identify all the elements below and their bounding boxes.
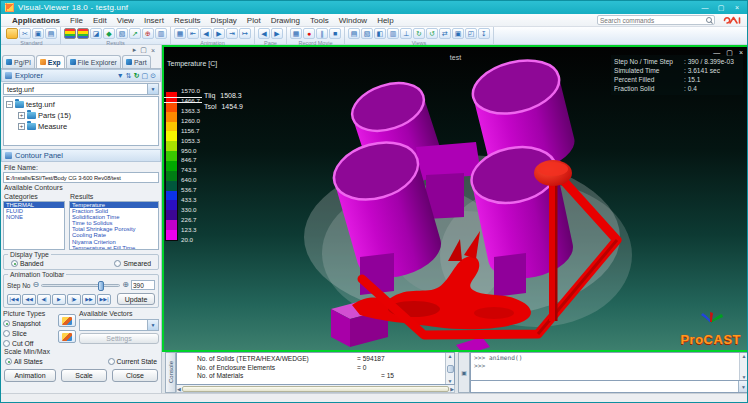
float-panel-icon[interactable]: ▢ xyxy=(140,46,147,54)
rotate-icon[interactable]: ↻ xyxy=(413,28,425,39)
copy-icon[interactable]: ▣ xyxy=(32,28,44,39)
pause-icon[interactable]: ∥ xyxy=(316,28,328,39)
play-icon[interactable]: ▶ xyxy=(213,28,225,39)
last-frame-icon[interactable]: ⇥ xyxy=(226,28,238,39)
result-tools-icon[interactable]: ▥ xyxy=(155,28,167,39)
playback-button[interactable]: ▶ xyxy=(52,294,66,305)
close-button[interactable]: × xyxy=(729,2,745,13)
pin-panel-icon[interactable]: ▸ xyxy=(133,46,137,54)
scale-minmax-radio[interactable]: Current State xyxy=(108,358,157,365)
menu-item[interactable]: Help xyxy=(372,14,398,27)
console-hscrollbar[interactable]: ◀ ▶ xyxy=(176,385,455,393)
load-results-icon[interactable] xyxy=(64,28,76,39)
first-frame-icon[interactable]: ⇤ xyxy=(187,28,199,39)
playback-button[interactable]: ◀◀ xyxy=(22,294,36,305)
step-increase-icon[interactable]: ⊕ xyxy=(122,281,129,289)
materials-icon[interactable]: ▧ xyxy=(116,28,128,39)
cut-icon[interactable]: ✂ xyxy=(19,28,31,39)
paste-icon[interactable]: ▤ xyxy=(45,28,57,39)
close-contour-button[interactable]: Close xyxy=(112,369,158,382)
sort-icon[interactable]: ⇅ xyxy=(125,72,133,80)
anchor-icon[interactable]: ↧ xyxy=(478,28,490,39)
menu-item[interactable]: Drawing xyxy=(266,14,305,27)
list-item[interactable]: NONE xyxy=(4,214,64,220)
list-item[interactable]: Temperature at Fill Time xyxy=(70,245,158,250)
orbit-icon[interactable]: ↺ xyxy=(426,28,438,39)
menu-item[interactable]: View xyxy=(112,14,139,27)
playback-button[interactable]: |▶ xyxy=(67,294,81,305)
menu-item[interactable]: Applications xyxy=(7,14,65,27)
capture-frame-icon[interactable]: ▦ xyxy=(290,28,302,39)
slider-thumb[interactable] xyxy=(98,281,104,291)
tab-exp[interactable]: Exp xyxy=(36,55,65,68)
view-3d-icon[interactable]: ◧ xyxy=(374,28,386,39)
menu-item[interactable]: Plot xyxy=(242,14,266,27)
new-window-icon[interactable]: ▢ xyxy=(141,72,150,80)
python-vscrollbar[interactable]: ▲ ▼ xyxy=(739,353,748,380)
minimize-button[interactable]: — xyxy=(697,2,713,13)
display-type-radio[interactable]: Smeared xyxy=(114,260,151,267)
viewport-3d[interactable]: test — ▢ × Temperature [C] 1570.01466.71… xyxy=(162,45,748,352)
menu-item[interactable]: Insert xyxy=(139,14,169,27)
step-decrease-icon[interactable]: ⊖ xyxy=(33,281,40,289)
filter-icon[interactable]: ▼ xyxy=(116,72,125,79)
menu-item[interactable]: Tools xyxy=(305,14,334,27)
display-type-radio[interactable]: Banded xyxy=(11,260,43,267)
expander-icon[interactable]: + xyxy=(18,123,25,130)
playback-button[interactable]: ▶▶| xyxy=(97,294,111,305)
search-box[interactable] xyxy=(597,15,715,25)
chevron-down-icon[interactable]: ▼ xyxy=(738,381,748,392)
title-bar[interactable]: Visual-Viewer 18.0 - testg.unf — ▢ × xyxy=(1,1,748,14)
menu-item[interactable]: File xyxy=(65,14,88,27)
update-button[interactable]: Update xyxy=(117,293,155,305)
animation-panel-icon[interactable]: ▦ xyxy=(174,28,186,39)
expander-icon[interactable]: + xyxy=(18,112,25,119)
scale-minmax-radio[interactable]: All States xyxy=(5,358,43,365)
pan-icon[interactable]: ⇄ xyxy=(439,28,451,39)
probe-icon[interactable]: ⊕ xyxy=(142,28,154,39)
animation-button[interactable]: Animation xyxy=(4,369,56,382)
scroll-down-icon[interactable]: ▼ xyxy=(742,374,747,380)
scroll-thumb[interactable] xyxy=(447,365,454,373)
zoom-window-icon[interactable]: ◰ xyxy=(465,28,477,39)
settings-button[interactable]: Settings xyxy=(79,333,159,344)
iso-surface-icon[interactable]: ◆ xyxy=(103,28,115,39)
picture-type-radio[interactable]: Snapshot xyxy=(3,320,55,327)
render-mode-icon[interactable]: ▧ xyxy=(361,28,373,39)
tree-row-root[interactable]: − testg.unf xyxy=(4,99,158,110)
scroll-thumb[interactable] xyxy=(182,386,449,392)
slice-tool-button[interactable] xyxy=(58,314,76,327)
playback-button[interactable]: |◀◀ xyxy=(7,294,21,305)
tab-part[interactable]: Part xyxy=(122,55,151,68)
tab-file-explorer[interactable]: File Explorer xyxy=(66,55,121,68)
chevron-down-icon[interactable]: ▼ xyxy=(147,320,158,330)
step-value-input[interactable] xyxy=(131,280,155,290)
console-tab[interactable]: Console xyxy=(165,352,176,393)
search-input[interactable] xyxy=(600,17,706,24)
scroll-left-icon[interactable]: ◀ xyxy=(177,386,181,392)
step-slider[interactable] xyxy=(41,284,120,287)
fit-view-icon[interactable]: ▣ xyxy=(452,28,464,39)
axes-triad-icon[interactable]: ⊥ xyxy=(400,28,412,39)
menu-item[interactable]: Display xyxy=(206,14,242,27)
open-file-icon[interactable] xyxy=(6,28,18,39)
cutoff-tool-button[interactable] xyxy=(58,330,76,343)
scroll-right-icon[interactable]: ▶ xyxy=(450,386,454,392)
record-icon[interactable]: ● xyxy=(303,28,315,39)
export-animation-icon[interactable]: ↦ xyxy=(239,28,251,39)
playback-button[interactable]: ▶▶ xyxy=(82,294,96,305)
contour-bands-icon[interactable] xyxy=(77,28,89,39)
vectors-combo[interactable]: ▼ xyxy=(79,319,159,331)
scroll-down-icon[interactable]: ▼ xyxy=(448,378,453,384)
menu-item[interactable]: Results xyxy=(169,14,206,27)
file-path-field[interactable]: E:/Installs/ESI/Test/Body CG 3-600 Rev08… xyxy=(3,172,159,183)
refresh-icon[interactable]: ↻ xyxy=(133,72,141,80)
menu-item[interactable]: Window xyxy=(334,14,372,27)
scroll-up-icon[interactable]: ▲ xyxy=(448,353,453,359)
options-icon[interactable]: ⊙ xyxy=(149,72,157,80)
python-command-input[interactable] xyxy=(471,383,738,391)
scroll-up-icon[interactable]: ▲ xyxy=(742,353,747,359)
tree-row-parts[interactable]: + Parts (15) xyxy=(4,110,158,121)
previous-frame-icon[interactable]: ◀ xyxy=(200,28,212,39)
cutting-plane-icon[interactable]: ◪ xyxy=(90,28,102,39)
